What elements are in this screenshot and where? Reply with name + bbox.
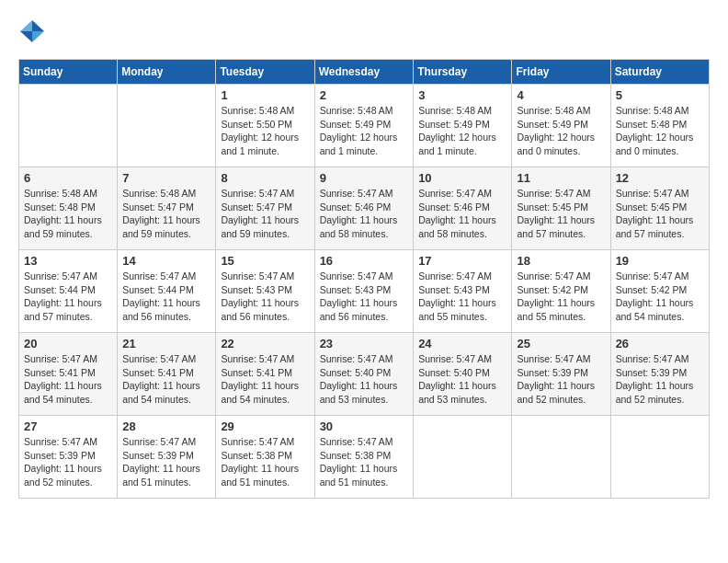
calendar-day-12: 12Sunrise: 5:47 AM Sunset: 5:45 PM Dayli… bbox=[610, 167, 709, 250]
calendar-week-3: 13Sunrise: 5:47 AM Sunset: 5:44 PM Dayli… bbox=[19, 250, 710, 333]
day-number: 18 bbox=[517, 254, 605, 268]
svg-marker-0 bbox=[32, 20, 44, 31]
day-number: 24 bbox=[418, 337, 506, 350]
day-info: Sunrise: 5:47 AM Sunset: 5:43 PM Dayligh… bbox=[418, 270, 506, 324]
day-info: Sunrise: 5:48 AM Sunset: 5:48 PM Dayligh… bbox=[616, 104, 704, 158]
calendar-day-13: 13Sunrise: 5:47 AM Sunset: 5:44 PM Dayli… bbox=[19, 250, 118, 333]
day-info: Sunrise: 5:47 AM Sunset: 5:40 PM Dayligh… bbox=[320, 352, 409, 407]
calendar-day-25: 25Sunrise: 5:47 AM Sunset: 5:39 PM Dayli… bbox=[512, 333, 610, 416]
page-header bbox=[18, 18, 710, 44]
day-number: 29 bbox=[221, 419, 309, 433]
day-number: 19 bbox=[616, 254, 704, 268]
calendar-table: SundayMondayTuesdayWednesdayThursdayFrid… bbox=[18, 59, 710, 499]
logo bbox=[18, 18, 50, 44]
calendar-day-26: 26Sunrise: 5:47 AM Sunset: 5:39 PM Dayli… bbox=[610, 333, 709, 416]
svg-marker-3 bbox=[20, 20, 32, 31]
day-number: 28 bbox=[122, 419, 210, 433]
day-info: Sunrise: 5:47 AM Sunset: 5:47 PM Dayligh… bbox=[221, 187, 309, 241]
day-info: Sunrise: 5:47 AM Sunset: 5:46 PM Dayligh… bbox=[418, 187, 506, 241]
calendar-day-19: 19Sunrise: 5:47 AM Sunset: 5:42 PM Dayli… bbox=[610, 250, 709, 333]
calendar-day-10: 10Sunrise: 5:47 AM Sunset: 5:46 PM Dayli… bbox=[414, 167, 512, 250]
day-info: Sunrise: 5:47 AM Sunset: 5:38 PM Dayligh… bbox=[221, 435, 309, 489]
day-number: 27 bbox=[24, 419, 112, 433]
header-saturday: Saturday bbox=[610, 60, 709, 85]
day-number: 13 bbox=[24, 254, 112, 268]
day-number: 25 bbox=[517, 337, 605, 350]
svg-marker-1 bbox=[32, 31, 44, 42]
day-number: 15 bbox=[221, 254, 309, 268]
calendar-week-5: 27Sunrise: 5:47 AM Sunset: 5:39 PM Dayli… bbox=[19, 416, 710, 499]
calendar-day-27: 27Sunrise: 5:47 AM Sunset: 5:39 PM Dayli… bbox=[19, 416, 118, 499]
day-info: Sunrise: 5:47 AM Sunset: 5:42 PM Dayligh… bbox=[517, 270, 605, 324]
day-info: Sunrise: 5:48 AM Sunset: 5:49 PM Dayligh… bbox=[418, 104, 506, 158]
calendar-day-17: 17Sunrise: 5:47 AM Sunset: 5:43 PM Dayli… bbox=[414, 250, 512, 333]
day-info: Sunrise: 5:47 AM Sunset: 5:39 PM Dayligh… bbox=[616, 352, 704, 407]
calendar-week-1: 1Sunrise: 5:48 AM Sunset: 5:50 PM Daylig… bbox=[19, 85, 710, 167]
calendar-day-6: 6Sunrise: 5:48 AM Sunset: 5:48 PM Daylig… bbox=[19, 167, 118, 250]
day-number: 5 bbox=[616, 88, 704, 102]
calendar-day-9: 9Sunrise: 5:47 AM Sunset: 5:46 PM Daylig… bbox=[314, 167, 414, 250]
header-tuesday: Tuesday bbox=[216, 60, 314, 85]
header-thursday: Thursday bbox=[414, 60, 512, 85]
empty-cell bbox=[512, 416, 610, 499]
calendar-day-24: 24Sunrise: 5:47 AM Sunset: 5:40 PM Dayli… bbox=[414, 333, 512, 416]
day-info: Sunrise: 5:47 AM Sunset: 5:41 PM Dayligh… bbox=[24, 352, 112, 407]
day-number: 3 bbox=[418, 88, 506, 102]
day-info: Sunrise: 5:47 AM Sunset: 5:45 PM Dayligh… bbox=[517, 187, 605, 241]
calendar-day-18: 18Sunrise: 5:47 AM Sunset: 5:42 PM Dayli… bbox=[512, 250, 610, 333]
calendar-day-1: 1Sunrise: 5:48 AM Sunset: 5:50 PM Daylig… bbox=[216, 85, 314, 167]
day-info: Sunrise: 5:47 AM Sunset: 5:42 PM Dayligh… bbox=[616, 270, 704, 324]
day-info: Sunrise: 5:47 AM Sunset: 5:44 PM Dayligh… bbox=[24, 270, 112, 324]
day-number: 16 bbox=[320, 254, 409, 268]
day-info: Sunrise: 5:47 AM Sunset: 5:38 PM Dayligh… bbox=[320, 435, 409, 489]
calendar-day-22: 22Sunrise: 5:47 AM Sunset: 5:41 PM Dayli… bbox=[216, 333, 314, 416]
calendar-day-3: 3Sunrise: 5:48 AM Sunset: 5:49 PM Daylig… bbox=[414, 85, 512, 167]
empty-cell bbox=[118, 85, 216, 167]
day-number: 17 bbox=[418, 254, 506, 268]
empty-cell bbox=[610, 416, 709, 499]
day-number: 8 bbox=[221, 171, 309, 185]
calendar-day-21: 21Sunrise: 5:47 AM Sunset: 5:41 PM Dayli… bbox=[118, 333, 216, 416]
header-friday: Friday bbox=[512, 60, 610, 85]
calendar-day-14: 14Sunrise: 5:47 AM Sunset: 5:44 PM Dayli… bbox=[118, 250, 216, 333]
day-number: 1 bbox=[221, 88, 309, 102]
day-number: 30 bbox=[320, 419, 409, 433]
day-number: 12 bbox=[616, 171, 704, 185]
day-number: 9 bbox=[320, 171, 409, 185]
calendar-day-16: 16Sunrise: 5:47 AM Sunset: 5:43 PM Dayli… bbox=[314, 250, 414, 333]
day-info: Sunrise: 5:47 AM Sunset: 5:44 PM Dayligh… bbox=[122, 270, 210, 324]
day-number: 23 bbox=[320, 337, 409, 350]
header-sunday: Sunday bbox=[19, 60, 118, 85]
day-number: 7 bbox=[122, 171, 210, 185]
calendar-week-4: 20Sunrise: 5:47 AM Sunset: 5:41 PM Dayli… bbox=[19, 333, 710, 416]
day-number: 11 bbox=[517, 171, 605, 185]
calendar-day-30: 30Sunrise: 5:47 AM Sunset: 5:38 PM Dayli… bbox=[314, 416, 414, 499]
day-info: Sunrise: 5:47 AM Sunset: 5:39 PM Dayligh… bbox=[122, 435, 210, 489]
day-info: Sunrise: 5:48 AM Sunset: 5:48 PM Dayligh… bbox=[24, 187, 112, 241]
day-number: 20 bbox=[24, 337, 112, 350]
svg-marker-2 bbox=[20, 31, 32, 42]
day-number: 4 bbox=[517, 88, 605, 102]
day-number: 21 bbox=[122, 337, 210, 350]
day-info: Sunrise: 5:47 AM Sunset: 5:46 PM Dayligh… bbox=[320, 187, 409, 241]
day-info: Sunrise: 5:47 AM Sunset: 5:41 PM Dayligh… bbox=[221, 352, 309, 407]
calendar-day-8: 8Sunrise: 5:47 AM Sunset: 5:47 PM Daylig… bbox=[216, 167, 314, 250]
calendar-day-20: 20Sunrise: 5:47 AM Sunset: 5:41 PM Dayli… bbox=[19, 333, 118, 416]
calendar-day-7: 7Sunrise: 5:48 AM Sunset: 5:47 PM Daylig… bbox=[118, 167, 216, 250]
calendar-header-row: SundayMondayTuesdayWednesdayThursdayFrid… bbox=[19, 60, 710, 85]
calendar-day-15: 15Sunrise: 5:47 AM Sunset: 5:43 PM Dayli… bbox=[216, 250, 314, 333]
header-wednesday: Wednesday bbox=[314, 60, 414, 85]
day-info: Sunrise: 5:47 AM Sunset: 5:39 PM Dayligh… bbox=[517, 352, 605, 407]
day-number: 14 bbox=[122, 254, 210, 268]
day-info: Sunrise: 5:47 AM Sunset: 5:45 PM Dayligh… bbox=[616, 187, 704, 241]
calendar-day-23: 23Sunrise: 5:47 AM Sunset: 5:40 PM Dayli… bbox=[314, 333, 414, 416]
empty-cell bbox=[19, 85, 118, 167]
day-info: Sunrise: 5:47 AM Sunset: 5:41 PM Dayligh… bbox=[122, 352, 210, 407]
day-number: 6 bbox=[24, 171, 112, 185]
logo-icon bbox=[18, 18, 46, 44]
day-number: 10 bbox=[418, 171, 506, 185]
header-monday: Monday bbox=[118, 60, 216, 85]
day-number: 26 bbox=[616, 337, 704, 350]
calendar-day-5: 5Sunrise: 5:48 AM Sunset: 5:48 PM Daylig… bbox=[610, 85, 709, 167]
calendar-day-4: 4Sunrise: 5:48 AM Sunset: 5:49 PM Daylig… bbox=[512, 85, 610, 167]
